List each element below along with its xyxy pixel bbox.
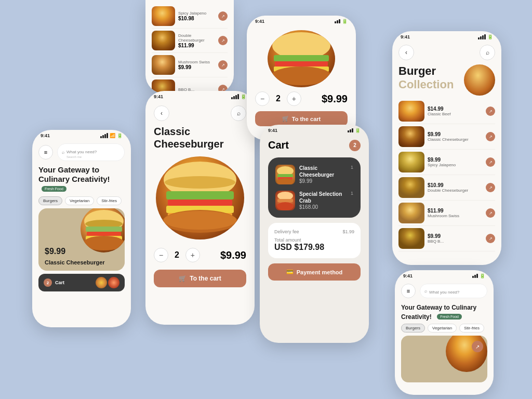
item-name: Double Cheeseburger (428, 188, 483, 193)
total-row: Total amount USD $179.98 (274, 237, 354, 252)
quantity-row: − 2 + $9.99 (154, 248, 246, 262)
search-text: What you need? (429, 290, 459, 295)
svg-point-7 (165, 176, 235, 189)
quantity-controls: − 2 + (255, 91, 301, 106)
arrow-icon[interactable]: ↗ (486, 157, 495, 167)
item-name: Spicy Jalapeno (428, 163, 483, 167)
arrow-icon[interactable]: ↗ (486, 183, 495, 192)
status-bar: 9:41 🔋 (145, 91, 255, 100)
menu-button[interactable]: ≡ (401, 284, 416, 298)
delivery-fee-row: Delivery fee $1.99 (274, 229, 354, 234)
cart-item-price: $9.99 (299, 178, 347, 184)
cart-bar[interactable]: 2 Cart (38, 274, 125, 291)
svg-rect-9 (168, 200, 232, 206)
status-bar: 9:41 🔋 (247, 16, 356, 25)
item-name: BBQ B... (428, 239, 483, 244)
burger-image (446, 336, 487, 372)
menu-button[interactable]: ≡ (38, 145, 53, 159)
featured-card[interactable]: ↗ $9.99 Classic Cheeseburger (38, 208, 125, 271)
card-icon: 💳 (286, 269, 294, 275)
home-header: ≡ ⌕ What you need? (401, 284, 487, 298)
phone-home-2: 9:41 🔋 ≡ ⌕ What you need? Your Gateway t… (395, 270, 494, 395)
cart-item-image-1 (96, 277, 107, 288)
cart-item-1: Classic Cheeseburger $9.99 1 (275, 165, 353, 184)
search-button[interactable]: ⌕ (231, 105, 246, 121)
svg-point-13 (164, 211, 236, 230)
add-to-cart-button[interactable]: 🛒 To the cart (154, 270, 246, 287)
item-details: $10.99 Double Cheeseburger (428, 182, 483, 193)
tab-burgers[interactable]: Burgers (38, 196, 62, 205)
cart-count-badge: 2 (349, 140, 361, 151)
cart-item-qty: 1 (351, 165, 353, 170)
add-cart-label: To the cart (190, 275, 221, 282)
item-name: Classic Beef (428, 112, 483, 116)
arrow-icon[interactable]: ↗ (486, 132, 495, 141)
quantity-controls: − 2 + (154, 248, 200, 262)
arrow-icon[interactable]: ↗ (218, 60, 228, 70)
burger-image (268, 30, 335, 87)
item-details: $14.99 Classic Beef (428, 106, 483, 116)
phone-cart: 9:41 🔋 Cart 2 (260, 125, 369, 343)
arrow-icon[interactable]: ↗ (486, 107, 495, 116)
item-price: $9.99 (220, 249, 246, 261)
fresh-badge: Fresh Food (42, 186, 66, 192)
payment-button[interactable]: 💳 Payment method (268, 263, 361, 281)
item-details: $9.99 BBQ B... (428, 233, 483, 244)
search-bar[interactable]: ⌕ What you need? (420, 284, 487, 298)
decrease-button[interactable]: − (255, 91, 270, 106)
phone-partial: Spicy Jalapeno $10.98 ↗ Double Cheesebur… (145, 0, 234, 94)
search-button[interactable]: ⌕ (480, 45, 495, 60)
item-price: $10.98 (178, 16, 215, 21)
status-bar: 9:41 🔋 (395, 270, 494, 280)
back-button[interactable]: ‹ (398, 45, 414, 60)
order-summary: Delivery fee $1.99 Total amount USD $179… (268, 223, 361, 258)
total-label: Total amount (274, 237, 354, 243)
arrow-icon[interactable]: ↗ (486, 234, 495, 243)
item-name: Double Cheeseburger (178, 33, 215, 43)
increase-button[interactable]: + (287, 91, 301, 106)
tab-stirfries[interactable]: Stir-fries (97, 196, 122, 205)
item-name: Spicy Jalapeno (178, 11, 215, 16)
arrow-icon[interactable]: ↗ (218, 11, 228, 21)
tab-stirfries[interactable]: Stir-fries (459, 324, 484, 332)
item-image (398, 203, 424, 223)
cart-icon: 🛒 (282, 115, 289, 122)
item-price: $14.99 (428, 106, 483, 112)
item-image (152, 31, 175, 50)
home-header: ≡ ⌕ What you need? Search me (38, 143, 125, 161)
cart-item-price: $168.00 (299, 204, 347, 210)
burger-card-small[interactable]: ↗ (401, 336, 487, 382)
item-details: Mushroom Swiss $9.99 (178, 60, 215, 70)
phone-detail: 9:41 🔋 ‹ ⌕ Classic Cheeseburger (145, 91, 255, 325)
add-to-cart-button[interactable]: 🛒 To the cart (255, 111, 348, 126)
time: 9:41 (268, 128, 277, 133)
card-arrow-icon[interactable]: ↗ (472, 341, 483, 352)
increase-button[interactable]: + (185, 248, 200, 262)
phone-collection: 9:41 🔋 ‹ ⌕ Burger Collection (392, 31, 501, 265)
detail-header: ‹ ⌕ (154, 105, 246, 121)
svg-point-25 (277, 202, 294, 210)
total-value: USD $179.98 (274, 243, 354, 252)
search-bar[interactable]: ⌕ What you need? Search me (57, 143, 125, 161)
tab-vegetarian[interactable]: Vegetarian (428, 324, 457, 332)
back-button[interactable]: ‹ (154, 105, 169, 121)
svg-rect-8 (166, 191, 234, 200)
card-price: $9.99 (45, 247, 65, 256)
cart-header: Cart 2 (268, 139, 361, 151)
quantity-display: 2 (175, 250, 179, 260)
burger-image (81, 208, 125, 252)
tab-burgers[interactable]: Burgers (401, 324, 425, 332)
headline-section: Your Gateway to Culinary Creativity! Fre… (38, 165, 125, 193)
item-name: Mushroom Swiss (428, 214, 483, 218)
decrease-button[interactable]: − (154, 248, 168, 262)
category-tabs: Burgers Vegetarian Stir-fries (38, 196, 125, 205)
category-tabs: Burgers Vegetarian Stir-fries (401, 324, 487, 332)
time: 9:41 (41, 133, 50, 138)
arrow-icon[interactable]: ↗ (486, 208, 495, 218)
tab-vegetarian[interactable]: Vegetarian (65, 196, 94, 205)
cart-title: Cart (268, 139, 289, 151)
headline: Your Gateway to Culinary Creativity! (38, 165, 110, 183)
arrow-icon[interactable]: ↗ (218, 36, 228, 45)
cart-icon: 🛒 (179, 275, 187, 282)
burger-image (156, 156, 244, 240)
